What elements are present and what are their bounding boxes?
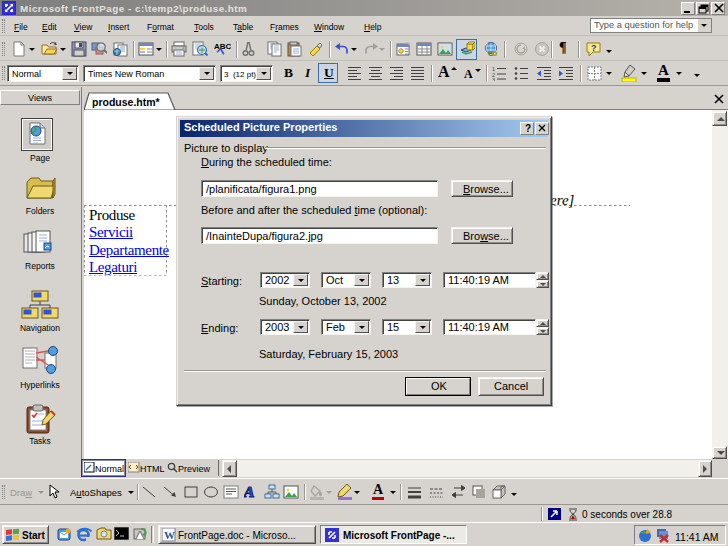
svg-text:3: 3 (492, 77, 495, 81)
svg-text:ABC: ABC (214, 42, 231, 51)
svg-text:A: A (244, 484, 256, 500)
svg-text:?: ? (591, 43, 597, 53)
svg-text:W: W (164, 529, 175, 541)
